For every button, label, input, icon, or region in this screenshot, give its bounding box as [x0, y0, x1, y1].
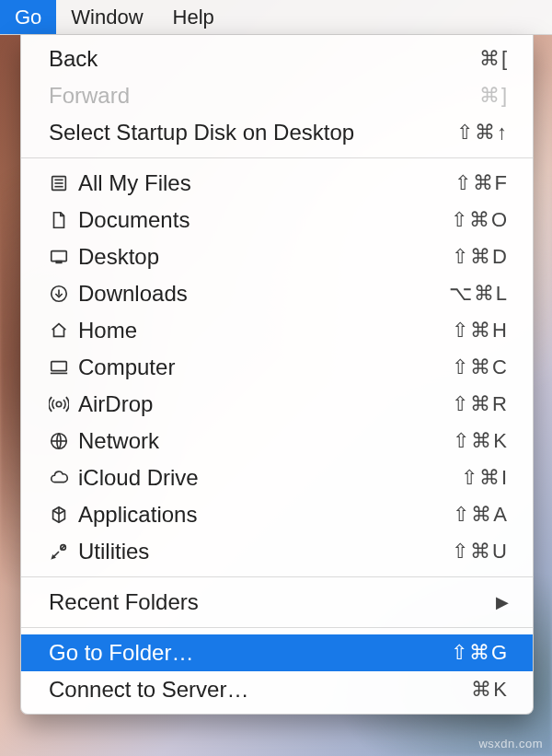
all-my-files-icon — [49, 173, 78, 193]
menu-item-shortcut: ⇧⌘I — [461, 466, 509, 490]
menu-item-downloads[interactable]: Downloads ⌥⌘L — [21, 275, 533, 312]
menu-separator — [21, 627, 533, 628]
menu-item-home[interactable]: Home ⇧⌘H — [21, 312, 533, 349]
computer-icon — [49, 357, 78, 378]
menu-item-documents[interactable]: Documents ⇧⌘O — [21, 202, 533, 238]
menu-item-shortcut: ⇧⌘↑ — [456, 121, 509, 145]
menu-item-back[interactable]: Back ⌘[ — [21, 41, 533, 77]
menu-item-label: Desktop — [78, 244, 452, 270]
menu-item-label: Utilities — [78, 539, 452, 564]
menu-item-label: Computer — [78, 355, 452, 380]
menu-item-shortcut: ⇧⌘G — [451, 641, 509, 665]
menu-item-select-startup-disk[interactable]: Select Startup Disk on Desktop ⇧⌘↑ — [21, 114, 533, 151]
menu-item-shortcut: ⇧⌘O — [451, 208, 509, 232]
menu-item-applications[interactable]: Applications ⇧⌘A — [21, 496, 533, 533]
menu-item-shortcut: ⌘K — [471, 678, 509, 702]
submenu-chevron-icon: ▶ — [496, 592, 509, 612]
menu-item-label: Connect to Server… — [49, 677, 471, 703]
menu-item-airdrop[interactable]: AirDrop ⇧⌘R — [21, 386, 533, 423]
menu-separator — [21, 576, 533, 577]
icloud-icon — [49, 468, 78, 488]
go-menu-dropdown: Back ⌘[ Forward ⌘] Select Startup Disk o… — [20, 35, 534, 715]
menu-item-shortcut: ⌥⌘L — [449, 282, 509, 306]
menu-item-shortcut: ⇧⌘C — [452, 355, 509, 379]
menu-item-label: All My Files — [78, 170, 454, 196]
menu-item-shortcut: ⇧⌘U — [452, 540, 509, 564]
menu-item-desktop[interactable]: Desktop ⇧⌘D — [21, 238, 533, 275]
menu-item-label: Select Startup Disk on Desktop — [49, 120, 456, 145]
menubar-item-window[interactable]: Window — [56, 0, 157, 34]
menu-item-shortcut: ⇧⌘A — [453, 503, 509, 527]
menu-item-label: Recent Folders — [49, 589, 496, 615]
menu-item-utilities[interactable]: Utilities ⇧⌘U — [21, 533, 533, 570]
menubar: Go Window Help — [0, 0, 552, 35]
applications-icon — [49, 505, 78, 525]
menu-separator — [21, 157, 533, 158]
menu-item-label: Downloads — [78, 281, 449, 307]
menu-item-shortcut: ⇧⌘R — [452, 392, 509, 416]
menu-item-label: Documents — [78, 207, 451, 233]
menu-item-shortcut: ⇧⌘K — [453, 429, 509, 453]
menubar-item-help[interactable]: Help — [158, 0, 229, 34]
menu-item-go-to-folder[interactable]: Go to Folder… ⇧⌘G — [21, 634, 533, 671]
menu-item-label: Back — [49, 46, 479, 72]
menu-item-label: iCloud Drive — [78, 465, 461, 491]
utilities-icon — [49, 541, 78, 562]
menu-item-shortcut: ⌘[ — [479, 47, 509, 71]
svg-rect-5 — [56, 262, 62, 263]
menu-item-recent-folders[interactable]: Recent Folders ▶ — [21, 584, 533, 621]
menu-item-icloud-drive[interactable]: iCloud Drive ⇧⌘I — [21, 459, 533, 496]
menu-item-label: Forward — [49, 83, 479, 109]
menu-item-label: Go to Folder… — [49, 640, 451, 666]
menu-item-label: Network — [78, 428, 453, 454]
airdrop-icon — [49, 394, 78, 414]
menu-item-shortcut: ⇧⌘F — [454, 171, 509, 195]
desktop-icon — [49, 247, 78, 267]
menu-item-shortcut: ⇧⌘D — [452, 245, 509, 269]
menubar-item-go[interactable]: Go — [0, 0, 56, 34]
svg-point-8 — [56, 401, 62, 407]
menu-item-shortcut: ⇧⌘H — [452, 319, 509, 343]
downloads-icon — [49, 284, 78, 304]
menu-item-forward: Forward ⌘] — [21, 77, 533, 114]
menu-item-all-my-files[interactable]: All My Files ⇧⌘F — [21, 165, 533, 202]
menu-item-label: Home — [78, 318, 452, 343]
menu-item-label: AirDrop — [78, 391, 452, 417]
menu-item-shortcut: ⌘] — [479, 84, 509, 108]
network-icon — [49, 431, 78, 451]
home-icon — [49, 320, 78, 341]
menu-item-connect-to-server[interactable]: Connect to Server… ⌘K — [21, 671, 533, 708]
svg-rect-4 — [52, 251, 67, 262]
watermark: wsxdn.com — [478, 737, 543, 750]
menu-item-label: Applications — [78, 502, 453, 528]
documents-icon — [49, 210, 78, 230]
menu-item-computer[interactable]: Computer ⇧⌘C — [21, 349, 533, 386]
svg-rect-7 — [52, 362, 67, 371]
menu-item-network[interactable]: Network ⇧⌘K — [21, 423, 533, 459]
